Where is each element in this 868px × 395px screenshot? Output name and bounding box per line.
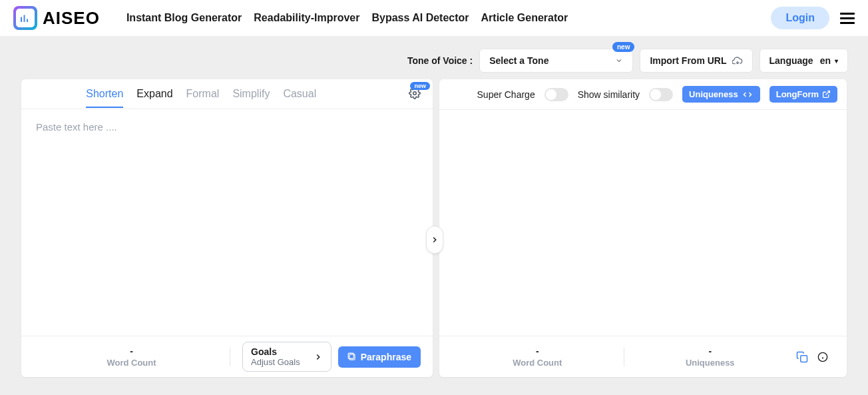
output-footer-icons bbox=[796, 351, 835, 363]
tone-select[interactable]: Select a Tone bbox=[479, 49, 633, 73]
gear-wrapper: new bbox=[409, 87, 421, 109]
external-link-icon bbox=[822, 90, 831, 99]
supercharge-label: Super Charge bbox=[477, 89, 535, 100]
import-url-button[interactable]: Import From URL bbox=[640, 49, 752, 73]
output-toolbar: Super Charge Show similarity Uniqueness … bbox=[439, 79, 847, 110]
language-value: en bbox=[820, 55, 831, 66]
longform-btn-label: LongForm bbox=[776, 89, 819, 99]
workspace: Shorten Expand Formal Simplify Casual ne… bbox=[0, 79, 868, 390]
uniqueness-button[interactable]: Uniqueness bbox=[682, 86, 760, 103]
similarity-label: Show similarity bbox=[578, 89, 640, 100]
supercharge-toggle[interactable] bbox=[544, 88, 568, 101]
nav-bypass-ai[interactable]: Bypass AI Detector bbox=[371, 12, 469, 24]
tone-select-wrapper: new Select a Tone bbox=[479, 49, 633, 73]
logo-text: AISEO bbox=[43, 8, 100, 29]
output-word-count-label: Word Count bbox=[451, 358, 624, 368]
uniqueness-stat: - Uniqueness bbox=[624, 346, 797, 368]
uniqueness-label: Uniqueness bbox=[624, 358, 797, 368]
output-footer: - Word Count - Uniqueness bbox=[439, 336, 847, 377]
logo[interactable]: AISEO bbox=[13, 6, 100, 30]
svg-point-0 bbox=[413, 92, 417, 95]
word-count-value: - bbox=[33, 346, 230, 356]
top-toolbar: Tone of Voice : new Select a Tone Import… bbox=[0, 37, 868, 79]
tab-shorten[interactable]: Shorten bbox=[86, 88, 123, 108]
nav-readability[interactable]: Readability-Improver bbox=[254, 12, 359, 24]
goals-title: Goals bbox=[251, 346, 300, 357]
tone-select-value: Select a Tone bbox=[489, 55, 548, 66]
paraphrase-label: Paraphrase bbox=[361, 352, 411, 362]
uniqueness-value: - bbox=[624, 346, 797, 356]
chevron-down-icon bbox=[615, 57, 623, 65]
chevron-right-icon bbox=[314, 352, 323, 362]
paraphrase-icon bbox=[347, 352, 357, 362]
paraphrase-button[interactable]: Paraphrase bbox=[338, 346, 421, 368]
tone-label: Tone of Voice : bbox=[407, 55, 473, 66]
nav-links: Instant Blog Generator Readability-Impro… bbox=[126, 12, 568, 24]
uniqueness-btn-label: Uniqueness bbox=[689, 89, 738, 99]
output-word-count-value: - bbox=[451, 346, 624, 356]
language-label: Language bbox=[769, 55, 813, 66]
info-icon[interactable] bbox=[817, 352, 828, 362]
input-textarea[interactable] bbox=[21, 109, 433, 336]
nav-article-gen[interactable]: Article Generator bbox=[481, 12, 568, 24]
tab-casual[interactable]: Casual bbox=[283, 88, 316, 108]
header-right: Login bbox=[771, 7, 855, 29]
chevron-right-icon bbox=[430, 235, 439, 244]
language-select[interactable]: Language en ▾ bbox=[760, 49, 848, 73]
input-footer: - Word Count Goals Adjust Goals Paraphra… bbox=[21, 336, 433, 377]
new-badge: new bbox=[612, 42, 634, 52]
gear-new-badge: new bbox=[410, 82, 430, 90]
word-count-stat: - Word Count bbox=[33, 346, 230, 368]
cloud-download-icon bbox=[732, 55, 743, 66]
login-button[interactable]: Login bbox=[771, 7, 829, 29]
caret-down-icon: ▾ bbox=[835, 57, 838, 65]
tab-formal[interactable]: Formal bbox=[186, 88, 220, 108]
hamburger-icon[interactable] bbox=[840, 13, 855, 24]
tab-expand[interactable]: Expand bbox=[136, 88, 172, 108]
tabs-row: Shorten Expand Formal Simplify Casual ne… bbox=[21, 79, 433, 109]
copy-icon[interactable] bbox=[796, 351, 808, 363]
header: AISEO Instant Blog Generator Readability… bbox=[0, 0, 868, 37]
goals-subtitle: Adjust Goals bbox=[251, 357, 300, 367]
panel-divider-handle[interactable] bbox=[426, 226, 443, 254]
logo-icon bbox=[13, 6, 37, 30]
svg-rect-3 bbox=[801, 355, 807, 362]
similarity-toggle[interactable] bbox=[649, 88, 673, 101]
output-word-count-stat: - Word Count bbox=[451, 346, 624, 368]
chevrons-icon bbox=[742, 91, 754, 99]
longform-button[interactable]: LongForm bbox=[769, 86, 837, 103]
divider bbox=[230, 348, 230, 366]
tab-simplify[interactable]: Simplify bbox=[232, 88, 270, 108]
word-count-label: Word Count bbox=[33, 358, 230, 368]
input-panel: Shorten Expand Formal Simplify Casual ne… bbox=[21, 79, 433, 377]
output-panel: Super Charge Show similarity Uniqueness … bbox=[439, 79, 847, 377]
output-content bbox=[439, 110, 847, 336]
import-label: Import From URL bbox=[650, 55, 726, 66]
nav-instant-blog[interactable]: Instant Blog Generator bbox=[126, 12, 242, 24]
goals-button[interactable]: Goals Adjust Goals bbox=[242, 342, 331, 372]
